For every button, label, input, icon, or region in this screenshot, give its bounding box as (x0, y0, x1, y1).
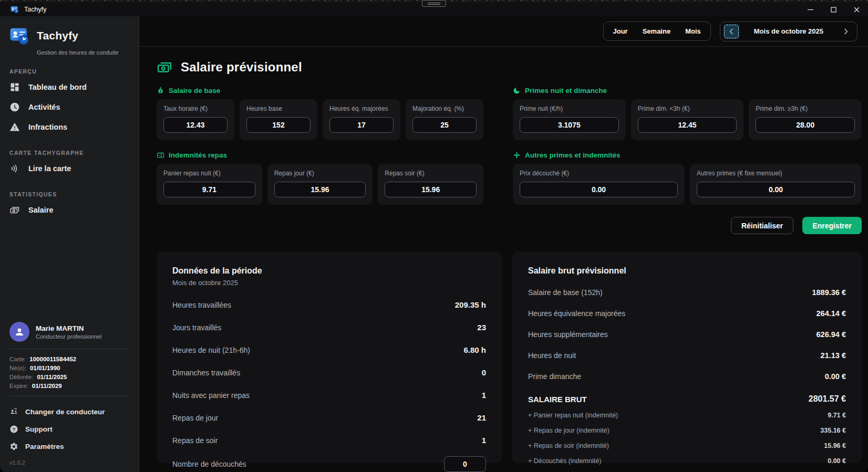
stat-row-nuits-panier: Nuits avec panier repas 1 (172, 391, 486, 400)
page-title: Salaire prévisionnel (181, 60, 302, 75)
prime-nuit-input[interactable] (520, 117, 619, 133)
contactless-icon (9, 163, 20, 174)
month-selector: Mois de octobre 2025 (720, 22, 857, 41)
field-heures-base: Heures base (240, 99, 317, 140)
clock-icon (9, 102, 20, 112)
field-prix-decouche: Prix découché (€) (513, 164, 685, 205)
group-primes-nuit-dimanche: Primes nuit et dimanche Prime nuit (€/h)… (513, 87, 862, 140)
sidebar-item-tableau-de-bord[interactable]: Tableau de bord (0, 77, 139, 97)
maximize-button[interactable] (822, 3, 845, 16)
divider (9, 349, 129, 349)
support-button[interactable]: ? Support (9, 421, 129, 438)
brand-tagline: Gestion des heures de conduite (0, 46, 139, 56)
user-zone: Marie MARTIN Conducteur professionnel Ca… (0, 322, 139, 466)
avatar (9, 322, 29, 342)
form-actions: Réinitialiser Enregistrer (157, 217, 862, 234)
field-prime-dim-moins-3h: Prime dim. <3h (€) (631, 99, 744, 140)
salary-panel-title: Salaire brut prévisionnel (528, 266, 846, 276)
user-detail-carte: Carte: 10000011584452 (9, 356, 129, 362)
prime-dim-moins-3h-input[interactable] (638, 117, 737, 133)
salary-summary-panel: Salaire brut prévisionnel Salaire de bas… (512, 251, 862, 463)
period-data-panel: Données de la période Mois de octobre 20… (157, 251, 502, 463)
banknote-icon (157, 59, 172, 75)
salary-row-dimanche: Prime dimanche 0.00 € (528, 372, 846, 381)
settings-button[interactable]: Paramètres (9, 438, 129, 455)
month-label[interactable]: Mois de octobre 2025 (742, 27, 835, 35)
majoration-eq-input[interactable] (412, 117, 477, 133)
overlay-grab-handle[interactable] (422, 0, 446, 7)
money-bag-icon (157, 87, 164, 95)
app-logo-icon (11, 5, 19, 14)
stat-row-dimanches: Dimanches travaillés 0 (172, 368, 486, 377)
save-button[interactable]: Enregistrer (802, 217, 862, 234)
minimize-button[interactable] (799, 3, 822, 16)
previous-month-button[interactable] (724, 24, 739, 39)
change-driver-button[interactable]: Changer de conducteur (9, 403, 129, 421)
repas-jour-input[interactable] (274, 182, 366, 197)
sidebar-item-label: Tableau de bord (28, 83, 87, 91)
next-month-button[interactable] (838, 24, 854, 39)
sidebar-item-lire-la-carte[interactable]: Lire la carte (0, 159, 139, 179)
content: Salaire prévisionnel Salaire de base Tau… (139, 47, 868, 472)
gear-icon (9, 442, 18, 451)
user-name: Marie MARTIN (36, 324, 101, 332)
sidebar-item-activites[interactable]: Activités (0, 97, 139, 117)
autres-primes-input[interactable] (697, 182, 855, 197)
repas-soir-input[interactable] (385, 182, 477, 197)
reset-button[interactable]: Réinitialiser (731, 217, 793, 234)
field-prime-nuit: Prime nuit (€/h) (513, 99, 626, 140)
summary-panels: Données de la période Mois de octobre 20… (157, 251, 862, 463)
bento-icon (157, 151, 164, 159)
nav-section-carte-tachygraphe: CARTE TACHYGRAPHE (0, 150, 139, 156)
field-panier-repas-nuit: Panier repas nuit (€) (157, 164, 262, 205)
field-prime-dim-plus-3h: Prime dim. ≥3h (€) (749, 99, 862, 140)
change-driver-label: Changer de conducteur (25, 408, 105, 416)
sidebar-item-salaire[interactable]: Salaire (0, 200, 139, 220)
stat-row-repas-jour: Repas de jour 21 (172, 413, 486, 422)
sidebar-item-label: Infractions (28, 123, 67, 131)
warning-icon (9, 122, 20, 132)
user-detail-delivree: Délivrée: 01/11/2025 (9, 374, 129, 380)
period-panel-subtitle: Mois de octobre 2025 (172, 279, 486, 287)
close-button[interactable] (845, 3, 868, 16)
group-indemnites-repas: Indemnités repas Panier repas nuit (€) R… (157, 151, 483, 205)
window-title: Tachyfy (24, 6, 46, 13)
tab-jour[interactable]: Jour (606, 24, 635, 38)
group-title: Primes nuit et dimanche (525, 87, 607, 95)
stat-row-decouches: Nombre de découchés (172, 456, 486, 472)
taux-horaire-input[interactable] (163, 117, 228, 133)
stat-row-jours-travailles: Jours travaillés 23 (172, 323, 486, 332)
prix-decouche-input[interactable] (520, 182, 678, 197)
sidebar-item-label: Activités (28, 103, 60, 111)
addition-repas-jour: + Repas de jour (indemnité) 335.16 € (528, 427, 846, 434)
sidebar: Tachyfy Gestion des heures de conduite A… (0, 16, 139, 472)
addition-decouches: + Découchés (indemnité) 0.00 € (528, 457, 846, 465)
tab-semaine[interactable]: Semaine (636, 24, 677, 38)
user-card: Marie MARTIN Conducteur professionnel (9, 322, 129, 342)
sidebar-item-infractions[interactable]: Infractions (0, 117, 139, 137)
salary-row-supplementaires: Heures supplémentaires 626.94 € (528, 330, 846, 339)
nombre-decouches-input[interactable] (444, 456, 486, 472)
main-header: Jour Semaine Mois Mois de octobre 2025 (139, 16, 868, 47)
heures-eq-majorees-input[interactable] (329, 117, 394, 133)
addition-repas-soir: + Repas de soir (indemnité) 15.96 € (528, 442, 846, 449)
tab-mois[interactable]: Mois (678, 24, 708, 38)
help-icon: ? (9, 425, 18, 434)
addition-panier-nuit: + Panier repas nuit (indemnité) 9.71 € (528, 412, 846, 419)
salary-brut-row: SALAIRE BRUT 2801.57 € (528, 394, 846, 404)
field-heures-eq-majorees: Heures éq. majorées (323, 99, 400, 140)
dashboard-icon (9, 82, 20, 92)
group-title: Autres primes et indemnités (525, 151, 621, 159)
stat-row-heures-nuit: Heures de nuit (21h-6h) 6.80 h (172, 345, 486, 354)
period-tabs: Jour Semaine Mois (603, 22, 711, 41)
banknote-icon (9, 205, 20, 215)
support-label: Support (25, 425, 53, 433)
brand-logo-icon (9, 26, 29, 46)
panier-repas-nuit-input[interactable] (163, 182, 255, 197)
moon-icon (513, 87, 521, 95)
heures-base-input[interactable] (246, 117, 311, 133)
prime-dim-plus-3h-input[interactable] (756, 117, 855, 133)
field-autres-primes: Autres primes (€ fixe mensuel) (690, 164, 862, 205)
main-area: Jour Semaine Mois Mois de octobre 2025 S… (139, 16, 868, 472)
page-title-row: Salaire prévisionnel (157, 59, 862, 75)
